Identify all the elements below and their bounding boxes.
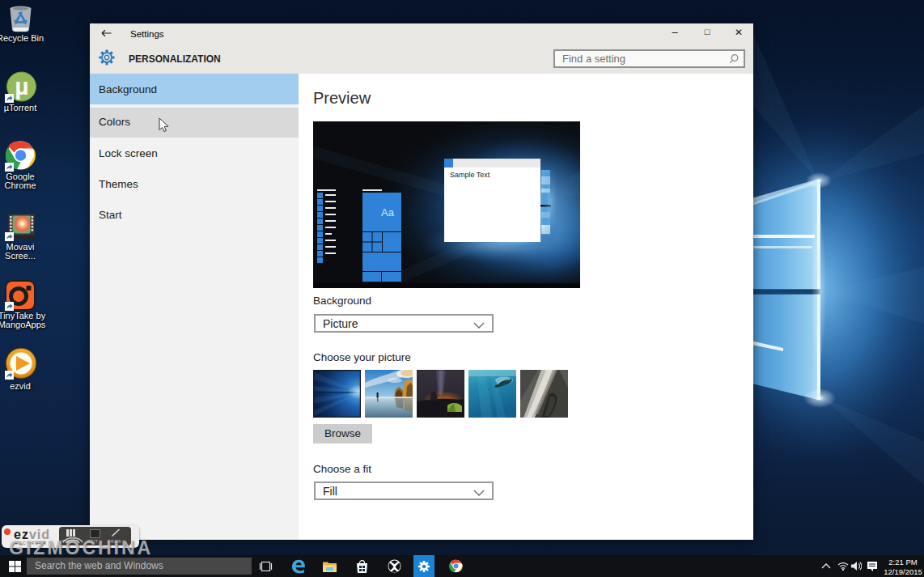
svg-text:Sample Text: Sample Text [450, 171, 490, 179]
svg-text:µ: µ [15, 73, 28, 100]
svg-text:Aa: Aa [381, 206, 395, 218]
